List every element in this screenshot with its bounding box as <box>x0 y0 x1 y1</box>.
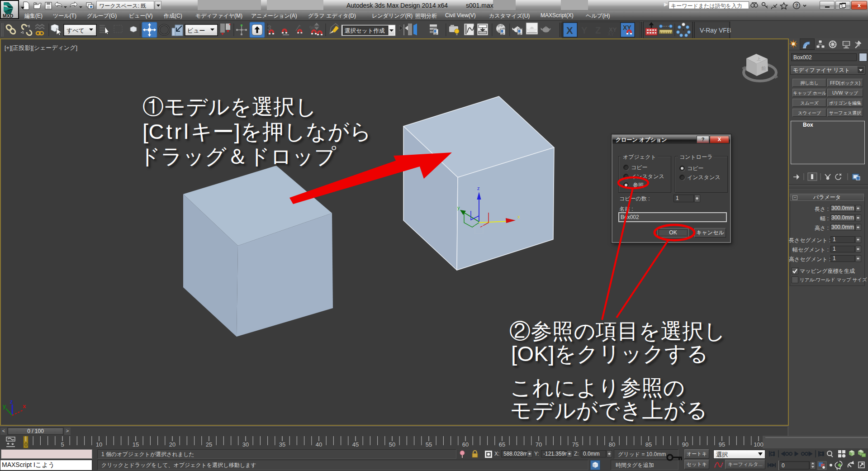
svg-text:40: 40 <box>316 441 322 448</box>
svg-text:0: 0 <box>782 462 785 469</box>
svg-text:z: z <box>477 186 480 191</box>
svg-text:XY: XY <box>607 31 614 37</box>
svg-text:60: 60 <box>462 441 469 448</box>
svg-text:x: x <box>517 214 520 219</box>
svg-text:85: 85 <box>645 441 652 448</box>
svg-text:ビュー: ビュー <box>187 27 205 34</box>
svg-text:前: 前 <box>761 66 766 71</box>
svg-text:Z: Z <box>595 25 601 35</box>
svg-text:V-Ray VFB: V-Ray VFB <box>700 27 731 34</box>
svg-text:20: 20 <box>169 441 175 448</box>
svg-text:5: 5 <box>61 441 64 448</box>
svg-text:35: 35 <box>279 441 285 448</box>
svg-text:上: 上 <box>757 57 761 61</box>
svg-text:y: y <box>457 205 460 210</box>
svg-text:50: 50 <box>389 441 395 448</box>
svg-text:X: X <box>566 25 573 36</box>
svg-text:30: 30 <box>242 441 249 448</box>
svg-text:15: 15 <box>133 441 139 448</box>
svg-text:10: 10 <box>96 441 102 448</box>
svg-text:80: 80 <box>609 441 615 448</box>
svg-text:70: 70 <box>536 441 542 448</box>
svg-text:y: y <box>3 403 6 409</box>
svg-text:75: 75 <box>572 441 579 448</box>
svg-text:0: 0 <box>24 442 28 448</box>
svg-text:?: ? <box>795 3 798 8</box>
svg-text:95: 95 <box>719 441 725 448</box>
svg-text:65: 65 <box>499 441 505 448</box>
svg-text:90: 90 <box>682 441 688 448</box>
svg-text:25: 25 <box>206 441 212 448</box>
svg-text:55: 55 <box>426 441 432 448</box>
svg-text:100: 100 <box>754 441 764 448</box>
svg-text:Y: Y <box>581 25 588 35</box>
svg-text:MXD: MXD <box>3 13 14 18</box>
svg-text:すべて: すべて <box>66 27 85 34</box>
svg-text:選択セット作成: 選択セット作成 <box>345 28 385 34</box>
svg-text:45: 45 <box>352 441 359 448</box>
svg-text:z: z <box>10 398 13 405</box>
svg-text:x: x <box>23 403 26 409</box>
